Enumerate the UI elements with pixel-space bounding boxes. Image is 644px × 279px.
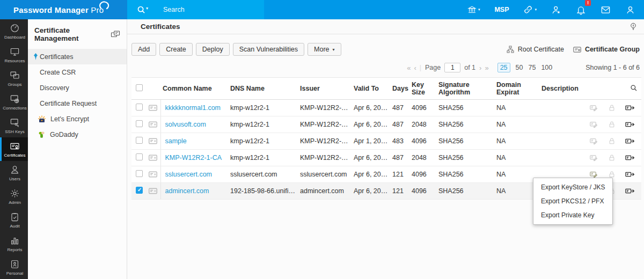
table-row[interactable]: KMP-W12R2-1-CA kmp-w12r2-1 KMP-W12R2-1-C… — [131, 150, 641, 166]
row-checkbox[interactable] — [136, 153, 143, 160]
menu-item-export-keystore-jks[interactable]: Export KeyStore / JKS — [533, 180, 612, 194]
help-bulb-icon[interactable] — [629, 22, 638, 31]
page-number-input[interactable] — [444, 63, 460, 72]
col-signature-algorithm[interactable]: Signature Algorithm — [436, 78, 494, 100]
export-certificate-icon[interactable] — [624, 103, 636, 113]
row-checkbox-checked[interactable] — [136, 187, 143, 194]
col-description[interactable]: Description — [539, 78, 586, 100]
panel-item-discovery[interactable]: Discovery — [28, 80, 127, 96]
table-search-icon[interactable] — [630, 86, 638, 93]
msp-label[interactable]: MSP — [494, 6, 509, 13]
sidebar-item-audit[interactable]: Audit — [0, 208, 28, 232]
sidebar-item-label: Users — [9, 177, 20, 181]
scan-vulnerabilities-button[interactable]: Scan Vulnerabilities — [233, 43, 304, 56]
issuer-cell: admincert.com — [298, 183, 352, 200]
col-common-name[interactable]: Common Name — [160, 78, 228, 100]
add-button[interactable]: Add — [131, 43, 156, 56]
col-domain-expiration[interactable]: Domain Expirat — [494, 78, 539, 100]
key-size-cell: 2048 — [409, 150, 436, 166]
common-name-link[interactable]: sample — [165, 137, 187, 145]
signature-algorithm-cell: SHA256 — [436, 100, 494, 116]
profile-menu[interactable] — [625, 5, 635, 15]
row-checkbox[interactable] — [136, 170, 143, 177]
page-title: Certificates — [141, 23, 180, 31]
search-input[interactable] — [163, 6, 244, 13]
col-valid-to[interactable]: Valid To — [352, 78, 390, 100]
sidebar-item-admin[interactable]: Admin — [0, 185, 28, 208]
panel-item-certificate-request[interactable]: Certificate Request — [28, 96, 127, 111]
quick-connect-menu[interactable]: ▾ — [523, 5, 537, 14]
logo-text-main: Password Manager — [13, 5, 89, 14]
export-certificate-icon[interactable] — [624, 170, 636, 179]
last-page-button[interactable]: » — [485, 64, 488, 72]
menu-item-export-pkcs12-pfx[interactable]: Export PKCS12 / PFX — [533, 194, 612, 208]
col-dns-name[interactable]: DNS Name — [228, 78, 298, 100]
export-certificate-icon[interactable] — [624, 186, 636, 196]
sidebar-item-ssh-keys[interactable]: SSH Keys — [0, 114, 28, 137]
private-key-icon[interactable] — [607, 103, 617, 113]
table-row[interactable]: kkkkknormal1.com kmp-w12r2-1 KMP-W12R2-1… — [131, 100, 641, 116]
common-name-link[interactable]: solvusoft.com — [165, 121, 206, 128]
export-certificate-icon[interactable] — [624, 120, 636, 129]
root-certificate-link[interactable]: Root Certificate — [506, 45, 564, 54]
godaddy-icon — [38, 130, 46, 139]
sidebar-item-resources[interactable]: Resources — [0, 43, 28, 67]
certificate-group-link[interactable]: Certificate Group — [573, 46, 640, 54]
page-size-50[interactable]: 50 — [516, 64, 523, 71]
common-name-link[interactable]: kkkkknormal1.com — [165, 104, 221, 112]
page-size-100[interactable]: 100 — [541, 64, 552, 71]
more-button[interactable]: More▾ — [308, 43, 341, 56]
deploy-button[interactable]: Deploy — [196, 43, 230, 56]
col-issuer[interactable]: Issuer — [298, 78, 352, 100]
first-page-button[interactable]: « — [407, 64, 410, 72]
private-key-icon[interactable] — [607, 136, 617, 146]
table-row[interactable]: solvusoft.com kmp-w12r2-1 KMP-W12R2-1-CA… — [131, 116, 641, 133]
admin-user-menu[interactable] — [551, 5, 561, 15]
signature-algorithm-cell: SHA256 — [436, 166, 494, 183]
search-scope-dropdown[interactable]: ▾ — [137, 5, 148, 14]
sign-certificate-icon[interactable] — [589, 153, 599, 163]
private-key-icon[interactable] — [607, 120, 617, 129]
page-size-25[interactable]: 25 — [497, 63, 510, 72]
app-logo[interactable]: Password Manager Pro — [13, 5, 104, 14]
dashboard-icon — [10, 23, 20, 33]
panel-item-lets-encrypt[interactable]: Let's Encrypt — [28, 111, 127, 127]
panel-item-certificates[interactable]: Certificates — [28, 49, 127, 64]
sign-certificate-icon[interactable] — [589, 137, 599, 146]
sidebar-item-connections[interactable]: Connections — [0, 90, 28, 114]
page-size-75[interactable]: 75 — [528, 64, 536, 71]
sidebar-item-personal[interactable]: Personal — [0, 255, 28, 279]
page-size-options: 25 50 75 100 — [497, 63, 553, 72]
sidebar-item-dashboard[interactable]: Dashboard — [0, 19, 28, 43]
export-certificate-icon[interactable] — [624, 153, 636, 163]
common-name-link[interactable]: KMP-W12R2-1-CA — [165, 154, 222, 161]
panel-item-godaddy[interactable]: GoDaddy — [28, 127, 127, 142]
col-days[interactable]: Days — [390, 78, 409, 100]
sidebar-item-certificates[interactable]: Certificates — [0, 137, 28, 161]
prev-page-button[interactable]: ‹ — [414, 64, 415, 72]
row-checkbox[interactable] — [136, 137, 143, 144]
col-key-size[interactable]: Key Size — [409, 78, 436, 100]
row-checkbox[interactable] — [136, 120, 143, 127]
common-name-link[interactable]: sslusercert.com — [165, 171, 213, 178]
export-certificate-icon[interactable] — [624, 136, 636, 146]
sidebar-item-groups[interactable]: Groups — [0, 67, 28, 90]
notifications-bell[interactable]: ! — [576, 5, 586, 15]
certificate-group-icon — [573, 46, 582, 54]
menu-item-export-private-key[interactable]: Export Private Key — [533, 208, 612, 222]
organization-selector[interactable]: ▾ — [467, 5, 480, 14]
messages[interactable] — [601, 5, 611, 15]
private-key-icon[interactable] — [607, 153, 617, 163]
sidebar-item-users[interactable]: Users — [0, 161, 28, 185]
sign-certificate-icon[interactable] — [589, 104, 599, 113]
panel-collapse-icon[interactable] — [111, 30, 120, 39]
table-row[interactable]: sample kmp-w12r2-1 KMP-W12R2-1-CA Apr 1,… — [131, 133, 641, 150]
select-all-checkbox[interactable] — [136, 84, 143, 91]
common-name-link[interactable]: admincert.com — [165, 187, 209, 195]
sign-certificate-icon[interactable] — [589, 120, 599, 129]
row-checkbox[interactable] — [136, 104, 143, 111]
panel-item-create-csr[interactable]: Create CSR — [28, 64, 127, 80]
next-page-button[interactable]: › — [479, 64, 481, 72]
sidebar-item-reports[interactable]: Reports — [0, 232, 28, 255]
create-button[interactable]: Create — [159, 43, 193, 56]
